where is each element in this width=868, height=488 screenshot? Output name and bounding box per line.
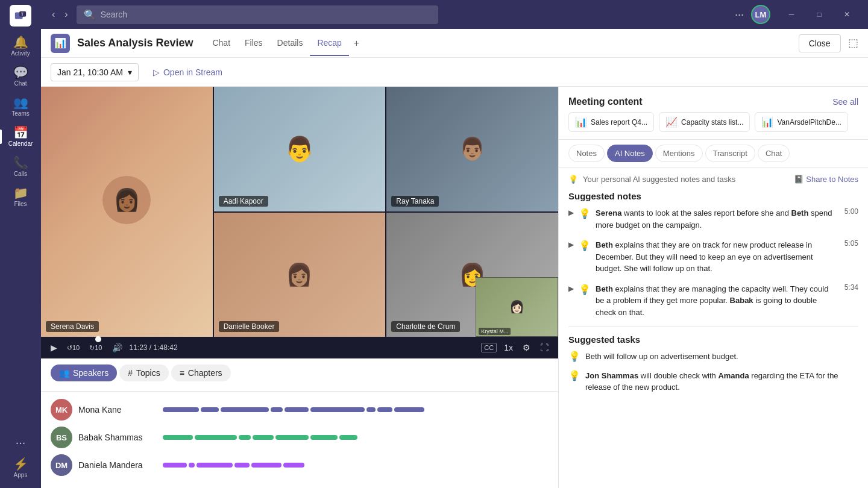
task-text: Jon Shammas will double check with Amand… bbox=[585, 370, 858, 393]
tab-chat[interactable]: Chat bbox=[205, 31, 237, 56]
sidebar-item-calls[interactable]: 📞 Calls bbox=[0, 152, 41, 182]
note-time: 5:00 bbox=[844, 207, 858, 216]
name-tag-serena: Serena Davis bbox=[46, 321, 99, 332]
meeting-title: Sales Analysis Review bbox=[77, 37, 193, 49]
note-tab-chat[interactable]: Chat bbox=[758, 145, 790, 162]
file-chip[interactable]: 📊VanArsdelPitchDe... bbox=[755, 112, 848, 132]
sidebar-item-more[interactable]: ··· bbox=[0, 431, 41, 453]
sidebar: T 🔔 Activity 💬 Chat 👥 Teams 📅 Calendar 📞… bbox=[0, 0, 41, 488]
file-icon: 📈 bbox=[665, 116, 678, 128]
view-tabs: 👥 Speakers # Topics ≡ Chapters bbox=[41, 358, 558, 392]
settings-button[interactable]: ⚙ bbox=[520, 342, 533, 354]
rewind-10-button[interactable]: ↺10 bbox=[64, 343, 82, 353]
expand-arrow-icon[interactable]: ▶ bbox=[568, 284, 574, 293]
activity-icon: 🔔 bbox=[13, 36, 28, 48]
tab-details[interactable]: Details bbox=[270, 31, 310, 56]
note-tab-mentions[interactable]: Mentions bbox=[655, 145, 703, 162]
note-text: Serena wants to look at the sales report… bbox=[596, 207, 835, 231]
more-icon: ··· bbox=[16, 436, 26, 448]
speed-button[interactable]: 1x bbox=[502, 342, 515, 354]
suggested-note: ▶💡Beth explains that they are on track f… bbox=[568, 239, 858, 275]
speakers-list: MKMona KaneBSBabak ShammasDMDaniela Mand… bbox=[41, 392, 558, 488]
sidebar-item-teams[interactable]: 👥 Teams bbox=[0, 92, 41, 122]
close-meeting-button[interactable]: Close bbox=[799, 34, 841, 52]
more-options-button[interactable]: ··· bbox=[735, 8, 744, 21]
note-text: Beth explains that they are managing the… bbox=[596, 283, 835, 319]
file-chip[interactable]: 📈Capacity stats list... bbox=[659, 112, 750, 132]
main-content: ‹ › 🔍 ··· LM ─ □ ✕ 📊 Sales Analysis Revi… bbox=[41, 0, 868, 488]
time-display: 11:23 / 1:48:42 bbox=[130, 343, 178, 352]
tab-bar: 👥 Speakers # Topics ≡ Chapters bbox=[51, 364, 549, 381]
speaker-avatar: MK bbox=[51, 399, 72, 421]
close-window-button[interactable]: ✕ bbox=[833, 5, 861, 24]
search-icon: 🔍 bbox=[84, 9, 96, 20]
sidebar-item-files[interactable]: 📁 Files bbox=[0, 182, 41, 212]
open-stream-button[interactable]: ▷ Open in Stream bbox=[146, 64, 230, 81]
teams-logo[interactable]: T bbox=[10, 5, 31, 27]
speaker-bars bbox=[163, 407, 549, 412]
bulb-icon: 💡 bbox=[568, 370, 580, 381]
apps-icon: ⚡ bbox=[13, 458, 28, 470]
name-tag-ray: Ray Tanaka bbox=[391, 196, 439, 207]
suggested-tasks-title: Suggested tasks bbox=[568, 334, 858, 345]
video-grid: 👩🏾 Serena Davis 👨 Aadi Kapoor 👨🏽 bbox=[41, 87, 558, 337]
speaker-name: Mona Kane bbox=[78, 405, 157, 414]
note-tab-notes[interactable]: Notes bbox=[568, 145, 605, 162]
right-controls: CC 1x ⚙ ⛶ bbox=[481, 342, 551, 354]
note-tab-ai_notes[interactable]: AI Notes bbox=[607, 145, 653, 162]
bulb-icon: 💡 bbox=[568, 351, 580, 362]
forward-10-button[interactable]: ↻10 bbox=[87, 343, 104, 353]
expand-arrow-icon[interactable]: ▶ bbox=[568, 208, 574, 217]
meeting-header-right: Close ⬚ bbox=[799, 34, 858, 52]
sidebar-item-apps[interactable]: ⚡ Apps bbox=[0, 453, 41, 483]
note-tab-transcript[interactable]: Transcript bbox=[705, 145, 755, 162]
forward-button[interactable]: › bbox=[61, 7, 71, 22]
search-bar[interactable]: 🔍 bbox=[77, 5, 438, 24]
divider bbox=[568, 327, 858, 327]
search-input[interactable] bbox=[101, 10, 431, 19]
file-icon: 📊 bbox=[575, 116, 587, 128]
add-tab-button[interactable]: + bbox=[349, 31, 364, 56]
task-row: 💡Jon Shammas will double check with Aman… bbox=[568, 370, 858, 393]
meeting-content-header: Meeting content See all bbox=[559, 87, 868, 112]
volume-button[interactable]: 🔊 bbox=[110, 342, 125, 354]
sidebar-item-activity[interactable]: 🔔 Activity bbox=[0, 31, 41, 61]
suggested-note: ▶💡Serena wants to look at the sales repo… bbox=[568, 207, 858, 231]
see-all-button[interactable]: See all bbox=[832, 97, 858, 107]
minimize-button[interactable]: ─ bbox=[778, 5, 805, 24]
sidebar-item-chat[interactable]: 💬 Chat bbox=[0, 61, 41, 92]
chapters-tab[interactable]: ≡ Chapters bbox=[171, 364, 231, 381]
name-tag-charlotte: Charlotte de Crum bbox=[391, 321, 460, 332]
ai-header: 💡 Your personal AI suggested notes and t… bbox=[568, 175, 858, 184]
playback-bar: ▶ ↺10 ↻10 🔊 11:23 / 1:48:42 CC 1x ⚙ ⛶ bbox=[41, 337, 558, 358]
topics-tab[interactable]: # Topics bbox=[119, 364, 168, 381]
video-cell-serena: 👩🏾 Serena Davis bbox=[41, 87, 213, 337]
maximize-button[interactable]: □ bbox=[805, 5, 833, 24]
tab-files[interactable]: Files bbox=[237, 31, 270, 56]
chevron-down-icon: ▾ bbox=[128, 67, 132, 77]
file-chip[interactable]: 📊Sales report Q4... bbox=[568, 112, 654, 132]
chat-icon: 💬 bbox=[13, 66, 28, 78]
user-avatar[interactable]: LM bbox=[751, 5, 770, 24]
fullscreen-button[interactable]: ⛶ bbox=[538, 342, 551, 354]
date-selector[interactable]: Jan 21, 10:30 AM ▾ bbox=[51, 63, 139, 81]
expand-arrow-icon[interactable]: ▶ bbox=[568, 240, 574, 249]
back-button[interactable]: ‹ bbox=[48, 7, 58, 22]
pop-out-button[interactable]: ⬚ bbox=[848, 37, 858, 49]
meeting-tabs: Chat Files Details Recap + bbox=[205, 31, 364, 56]
sidebar-item-calendar[interactable]: 📅 Calendar bbox=[0, 122, 41, 152]
tab-recap[interactable]: Recap bbox=[310, 31, 348, 56]
meeting-header: 📊 Sales Analysis Review Chat Files Detai… bbox=[41, 29, 868, 58]
file-icon: 📊 bbox=[761, 116, 773, 128]
bulb-icon: 💡 bbox=[579, 284, 591, 295]
cc-button[interactable]: CC bbox=[481, 343, 497, 352]
speakers-tab[interactable]: 👥 Speakers bbox=[51, 364, 117, 381]
note-text: Beth explains that they are on track for… bbox=[596, 239, 835, 275]
speaker-avatar: DM bbox=[51, 454, 72, 476]
play-button[interactable]: ▶ bbox=[48, 342, 60, 354]
video-section: 👩🏾 Serena Davis 👨 Aadi Kapoor 👨🏽 bbox=[41, 87, 558, 488]
share-notes-button[interactable]: 📓 Share to Notes bbox=[794, 175, 858, 184]
meeting-content-title: Meeting content bbox=[568, 96, 643, 107]
svg-text:T: T bbox=[21, 12, 24, 16]
content-files: 📊Sales report Q4...📈Capacity stats list.… bbox=[559, 112, 868, 139]
